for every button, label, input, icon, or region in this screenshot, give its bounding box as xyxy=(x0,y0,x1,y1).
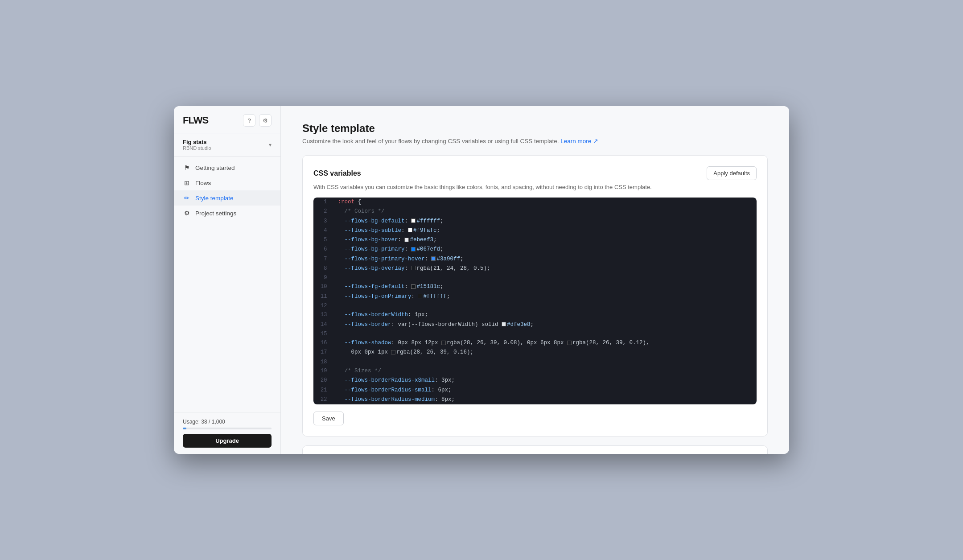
chevron-down-icon: ▾ xyxy=(269,142,272,148)
full-css-card: Full CSS template Full CSS template give… xyxy=(302,445,768,454)
upgrade-button[interactable]: Upgrade xyxy=(183,434,272,448)
css-variables-card: CSS variables Apply defaults With CSS va… xyxy=(302,155,768,436)
sidebar-item-label: Flows xyxy=(195,180,211,186)
page-subtitle: Customize the look and feel of your flow… xyxy=(302,137,768,144)
code-line-20: 20 --flows-borderRadius-xSmall: 3px; xyxy=(313,376,757,385)
settings-button[interactable]: ⚙ xyxy=(259,114,272,127)
code-line-8: 8 --flows-bg-overlay: rgba(21, 24, 28, 0… xyxy=(313,264,757,273)
code-line-6: 6 --flows-bg-primary: #067efd; xyxy=(313,245,757,254)
flag-icon: ⚑ xyxy=(183,164,191,171)
pencil-icon: ✏ xyxy=(183,194,191,202)
code-editor[interactable]: 1 :root { 2 /* Colors */ 3 --flows-bg-de… xyxy=(313,198,757,404)
code-line-1: 1 :root { xyxy=(313,198,757,207)
sidebar-item-label: Getting started xyxy=(195,165,235,171)
logo: FLWS xyxy=(183,115,208,126)
code-line-16: 16 --flows-shadow: 0px 8px 12px rgba(28,… xyxy=(313,338,757,348)
code-line-15: 15 xyxy=(313,329,757,338)
css-variables-save-button[interactable]: Save xyxy=(313,412,344,425)
code-line-14: 14 --flows-border: var(--flows-borderWid… xyxy=(313,320,757,329)
code-line-18: 18 xyxy=(313,358,757,366)
sidebar: FLWS ? ⚙ Fig stats RBND studio ▾ ⚑ Getti… xyxy=(174,106,281,454)
sidebar-item-label: Project settings xyxy=(195,210,236,217)
sidebar-item-project-settings[interactable]: ⚙ Project settings xyxy=(174,206,280,221)
sidebar-item-getting-started[interactable]: ⚑ Getting started xyxy=(174,160,280,175)
css-variables-description: With CSS variables you can customize the… xyxy=(313,184,757,190)
sidebar-item-style-template[interactable]: ✏ Style template xyxy=(174,190,280,206)
code-line-17: 17 0px 0px 1px rgba(28, 26, 39, 0.16); xyxy=(313,348,757,357)
code-line-7: 7 --flows-bg-primary-hover: #3a90ff; xyxy=(313,255,757,264)
workspace-name: Fig stats xyxy=(183,139,211,145)
gear-icon: ⚙ xyxy=(183,210,191,217)
sidebar-footer: Usage: 38 / 1,000 Upgrade xyxy=(174,412,280,454)
code-line-19: 19 /* Sizes */ xyxy=(313,366,757,376)
code-line-22: 22 --flows-borderRadius-medium: 8px; xyxy=(313,395,757,404)
code-line-9: 9 xyxy=(313,273,757,282)
learn-more-link[interactable]: Learn more ↗ xyxy=(560,138,598,144)
usage-bar-background xyxy=(183,428,272,429)
code-line-5: 5 --flows-bg-hover: #ebeef3; xyxy=(313,235,757,245)
code-line-4: 4 --flows-bg-subtle: #f9fafc; xyxy=(313,226,757,235)
css-variables-card-header: CSS variables Apply defaults xyxy=(313,166,757,180)
apply-defaults-button[interactable]: Apply defaults xyxy=(707,166,757,180)
code-line-13: 13 --flows-borderWidth: 1px; xyxy=(313,310,757,320)
workspace-selector[interactable]: Fig stats RBND studio ▾ xyxy=(174,133,280,156)
sidebar-header: FLWS ? ⚙ xyxy=(174,106,280,133)
help-button[interactable]: ? xyxy=(243,114,255,127)
main-content: Style template Customize the look and fe… xyxy=(281,106,789,454)
code-line-12: 12 xyxy=(313,301,757,310)
sidebar-item-flows[interactable]: ⊞ Flows xyxy=(174,175,280,190)
grid-icon: ⊞ xyxy=(183,179,191,186)
usage-label: Usage: 38 / 1,000 xyxy=(183,419,272,425)
workspace-subtitle: RBND studio xyxy=(183,145,211,151)
sidebar-item-label: Style template xyxy=(195,195,234,202)
code-line-2: 2 /* Colors */ xyxy=(313,207,757,216)
code-line-3: 3 --flows-bg-default: #ffffff; xyxy=(313,217,757,226)
code-line-11: 11 --flows-fg-onPrimary: #ffffff; xyxy=(313,292,757,301)
code-line-21: 21 --flows-borderRadius-small: 6px; xyxy=(313,386,757,395)
header-icons: ? ⚙ xyxy=(243,114,272,127)
usage-bar-fill xyxy=(183,428,186,429)
css-variables-title: CSS variables xyxy=(313,169,361,177)
code-line-10: 10 --flows-fg-default: #15181c; xyxy=(313,282,757,292)
nav-items: ⚑ Getting started ⊞ Flows ✏ Style templa… xyxy=(174,156,280,412)
page-title: Style template xyxy=(302,122,768,135)
